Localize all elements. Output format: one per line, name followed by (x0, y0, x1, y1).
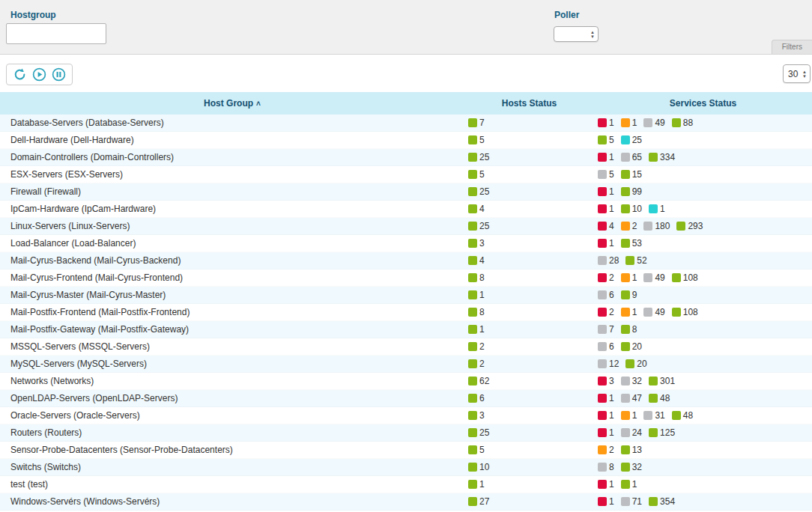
status-badge[interactable]: 2 (468, 359, 485, 369)
status-badge[interactable]: 1 (598, 496, 614, 507)
filters-tab[interactable]: Filters (772, 40, 812, 54)
refresh-icon[interactable] (13, 67, 27, 82)
status-badge[interactable]: 2 (598, 307, 614, 317)
hostgroup-name[interactable]: Mail-Cyrus-Backend (Mail-Cyrus-Backend) (0, 255, 464, 266)
status-badge[interactable]: 8 (468, 307, 485, 317)
status-badge[interactable]: 2 (468, 341, 485, 352)
status-badge[interactable]: 5 (598, 135, 614, 145)
hostgroup-name[interactable]: Linux-Servers (Linux-Servers) (0, 221, 464, 231)
status-badge[interactable]: 28 (598, 255, 619, 266)
hostgroup-name[interactable]: Domain-Controllers (Domain-Controllers) (0, 152, 464, 162)
status-badge[interactable]: 1 (598, 410, 614, 421)
status-badge[interactable]: 180 (643, 221, 670, 231)
status-badge[interactable]: 24 (621, 427, 642, 438)
status-badge[interactable]: 31 (643, 410, 664, 421)
status-badge[interactable]: 25 (468, 186, 489, 197)
status-badge[interactable]: 7 (598, 324, 614, 335)
status-badge[interactable]: 1 (621, 479, 637, 490)
play-icon[interactable] (32, 67, 46, 82)
status-badge[interactable]: 62 (468, 376, 489, 386)
hostgroup-name[interactable]: IpCam-Hardware (IpCam-Hardware) (0, 204, 464, 214)
status-badge[interactable]: 125 (649, 427, 675, 438)
pause-icon[interactable] (52, 67, 66, 82)
status-badge[interactable]: 301 (649, 376, 675, 386)
status-badge[interactable]: 27 (468, 496, 489, 507)
status-badge[interactable]: 1 (598, 479, 614, 490)
status-badge[interactable]: 32 (621, 462, 642, 472)
status-badge[interactable]: 5 (468, 135, 485, 145)
status-badge[interactable]: 8 (598, 462, 614, 472)
hostgroup-name[interactable]: Routers (Routers) (0, 427, 464, 438)
status-badge[interactable]: 293 (676, 221, 703, 231)
status-badge[interactable]: 1 (598, 118, 614, 128)
hostgroup-name[interactable]: MSSQL-Servers (MSSQL-Servers) (0, 341, 464, 352)
status-badge[interactable]: 48 (672, 410, 693, 421)
status-badge[interactable]: 88 (672, 118, 693, 128)
status-badge[interactable]: 4 (468, 204, 485, 214)
status-badge[interactable]: 1 (598, 186, 614, 197)
status-badge[interactable]: 49 (643, 307, 664, 317)
hostgroup-name[interactable]: Mail-Postfix-Gateway (Mail-Postfix-Gatew… (0, 324, 464, 335)
column-header-hosts-status[interactable]: Hosts Status (464, 98, 594, 109)
status-badge[interactable]: 108 (672, 307, 698, 317)
status-badge[interactable]: 2 (621, 221, 637, 231)
status-badge[interactable]: 71 (621, 496, 642, 507)
hostgroup-filter-input[interactable] (6, 23, 106, 44)
hostgroup-name[interactable]: test (test) (0, 479, 464, 490)
status-badge[interactable]: 49 (643, 118, 664, 128)
status-badge[interactable]: 1 (468, 290, 485, 300)
status-badge[interactable]: 108 (672, 272, 698, 283)
status-badge[interactable]: 13 (621, 445, 642, 455)
status-badge[interactable]: 47 (621, 393, 642, 403)
status-badge[interactable]: 99 (621, 186, 642, 197)
status-badge[interactable]: 1 (468, 324, 485, 335)
status-badge[interactable]: 12 (598, 359, 619, 369)
page-size-select[interactable]: 30 ▲▼ (783, 64, 811, 83)
status-badge[interactable]: 65 (621, 152, 642, 162)
status-badge[interactable]: 1 (598, 427, 614, 438)
status-badge[interactable]: 20 (625, 359, 646, 369)
status-badge[interactable]: 20 (621, 341, 642, 352)
hostgroup-name[interactable]: Mail-Cyrus-Frontend (Mail-Cyrus-Frontend… (0, 272, 464, 283)
hostgroup-name[interactable]: ESX-Servers (ESX-Servers) (0, 169, 464, 180)
status-badge[interactable]: 10 (621, 204, 642, 214)
hostgroup-name[interactable]: Dell-Hardware (Dell-Hardware) (0, 135, 464, 145)
status-badge[interactable]: 52 (625, 255, 646, 266)
hostgroup-name[interactable]: MySQL-Servers (MySQL-Servers) (0, 359, 464, 369)
status-badge[interactable]: 6 (468, 393, 485, 403)
status-badge[interactable]: 32 (621, 376, 642, 386)
status-badge[interactable]: 7 (468, 118, 485, 128)
status-badge[interactable]: 354 (649, 496, 675, 507)
status-badge[interactable]: 2 (598, 445, 614, 455)
status-badge[interactable]: 1 (468, 479, 485, 490)
status-badge[interactable]: 3 (468, 238, 485, 249)
status-badge[interactable]: 1 (621, 118, 637, 128)
column-header-services-status[interactable]: Services Status (594, 98, 812, 109)
status-badge[interactable]: 8 (621, 324, 637, 335)
hostgroup-name[interactable]: Switchs (Switchs) (0, 462, 464, 472)
status-badge[interactable]: 48 (649, 393, 670, 403)
status-badge[interactable]: 2 (598, 272, 614, 283)
poller-select[interactable]: ▲▼ (554, 26, 599, 42)
status-badge[interactable]: 1 (598, 238, 614, 249)
status-badge[interactable]: 15 (621, 169, 642, 180)
status-badge[interactable]: 5 (468, 445, 485, 455)
status-badge[interactable]: 1 (621, 410, 637, 421)
status-badge[interactable]: 49 (643, 272, 664, 283)
hostgroup-name[interactable]: Windows-Servérs (Windows-Servérs) (0, 496, 464, 507)
status-badge[interactable]: 25 (468, 427, 489, 438)
status-badge[interactable]: 4 (598, 221, 614, 231)
status-badge[interactable]: 1 (649, 204, 665, 214)
status-badge[interactable]: 1 (621, 272, 637, 283)
status-badge[interactable]: 4 (468, 255, 485, 266)
hostgroup-name[interactable]: Database-Servers (Database-Servers) (0, 118, 464, 128)
status-badge[interactable]: 9 (621, 290, 637, 300)
status-badge[interactable]: 25 (468, 221, 489, 231)
hostgroup-name[interactable]: Networks (Networks) (0, 376, 464, 386)
status-badge[interactable]: 5 (598, 169, 614, 180)
status-badge[interactable]: 1 (598, 152, 614, 162)
hostgroup-name[interactable]: Mail-Cyrus-Master (Mail-Cyrus-Master) (0, 290, 464, 300)
hostgroup-name[interactable]: OpenLDAP-Servers (OpenLDAP-Servers) (0, 393, 464, 403)
hostgroup-name[interactable]: Mail-Postfix-Frontend (Mail-Postfix-Fron… (0, 307, 464, 317)
column-header-hostgroup[interactable]: Host Group˄ (0, 98, 464, 109)
